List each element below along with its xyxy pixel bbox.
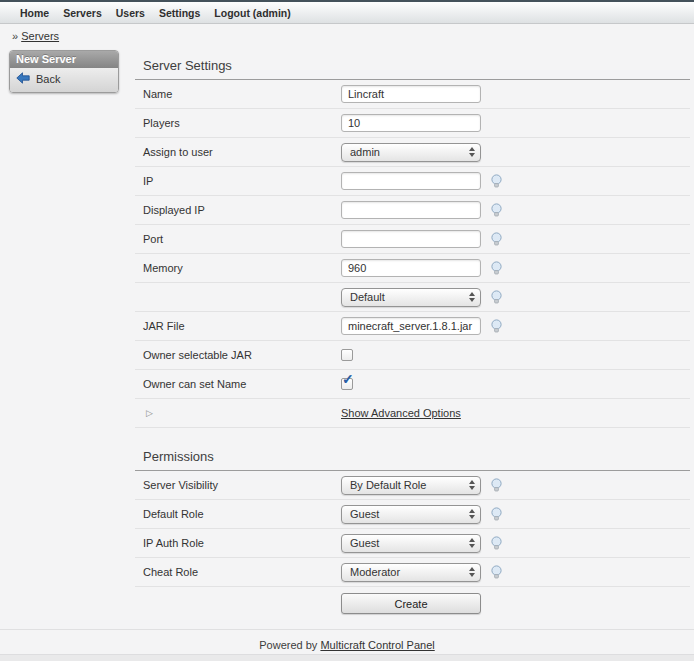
multicraft-link[interactable]: Multicraft Control Panel: [320, 639, 434, 651]
powered-by-text: Powered by: [259, 639, 317, 651]
permissions-heading: Permissions: [135, 442, 690, 471]
main-content: Server Settings Name Players Assign to u…: [135, 47, 694, 614]
displayed-ip-help-bulb-icon[interactable]: [490, 203, 503, 218]
cheat-role-select[interactable]: Moderator: [341, 563, 481, 582]
select-arrows-icon: [469, 509, 475, 519]
show-advanced-options-link[interactable]: Show Advanced Options: [341, 407, 461, 419]
name-label: Name: [143, 88, 341, 100]
jar-file-input[interactable]: [341, 317, 481, 335]
default-role-selected-value: Guest: [350, 508, 379, 520]
form-row-cheat-role: Cheat Role Moderator: [135, 558, 690, 587]
form-row-memory: Memory: [135, 254, 690, 283]
server-visibility-label: Server Visibility: [143, 479, 341, 491]
default-role-help-bulb-icon[interactable]: [490, 507, 503, 522]
ip-help-bulb-icon[interactable]: [490, 174, 503, 189]
default-role-label: Default Role: [143, 508, 341, 520]
name-input[interactable]: [341, 85, 481, 103]
create-row: Create: [135, 593, 690, 614]
ip-auth-role-label: IP Auth Role: [143, 537, 341, 549]
ip-input[interactable]: [341, 172, 481, 190]
new-server-panel: New Server Back: [9, 50, 119, 93]
breadcrumb-servers-link[interactable]: Servers: [21, 30, 59, 42]
form-row-owner-set-name: Owner can set Name ✓: [135, 370, 690, 399]
form-row-advanced-options: ▷ Show Advanced Options: [135, 399, 690, 428]
form-row-ip-auth-role: IP Auth Role Guest: [135, 529, 690, 558]
server-visibility-select[interactable]: By Default Role: [341, 476, 481, 495]
form-row-jar-preset: Default: [135, 283, 690, 312]
assign-user-select[interactable]: admin: [341, 143, 481, 162]
port-label: Port: [143, 233, 341, 245]
select-arrows-icon: [469, 538, 475, 548]
sidebar-panel-title: New Server: [10, 51, 118, 68]
owner-set-name-label: Owner can set Name: [143, 378, 341, 390]
assign-user-label: Assign to user: [143, 146, 341, 158]
ip-auth-role-select[interactable]: Guest: [341, 534, 481, 553]
sidebar: New Server Back: [0, 47, 135, 93]
cheat-role-label: Cheat Role: [143, 566, 341, 578]
form-row-port: Port: [135, 225, 690, 254]
ip-label: IP: [143, 175, 341, 187]
select-arrows-icon: [469, 147, 475, 157]
bottom-strip: [0, 654, 694, 661]
memory-label: Memory: [143, 262, 341, 274]
select-arrows-icon: [469, 480, 475, 490]
form-row-owner-selectable-jar: Owner selectable JAR: [135, 341, 690, 370]
create-button[interactable]: Create: [341, 593, 481, 614]
cheat-role-selected-value: Moderator: [350, 566, 400, 578]
port-help-bulb-icon[interactable]: [490, 232, 503, 247]
owner-set-name-checkbox[interactable]: ✓: [341, 378, 353, 390]
select-arrows-icon: [469, 567, 475, 577]
displayed-ip-input[interactable]: [341, 201, 481, 219]
form-row-name: Name: [135, 80, 690, 109]
form-row-ip: IP: [135, 167, 690, 196]
players-input[interactable]: [341, 114, 481, 132]
disclosure-triangle-icon[interactable]: ▷: [143, 408, 341, 418]
ip-auth-role-help-bulb-icon[interactable]: [490, 536, 503, 551]
breadcrumb: » Servers: [0, 24, 694, 47]
form-row-displayed-ip: Displayed IP: [135, 196, 690, 225]
jar-preset-selected-value: Default: [350, 291, 385, 303]
nav-item-servers[interactable]: Servers: [63, 7, 102, 19]
jar-preset-help-bulb-icon[interactable]: [490, 290, 503, 305]
nav-item-logout[interactable]: Logout (admin): [214, 7, 290, 19]
jar-file-help-bulb-icon[interactable]: [490, 319, 503, 334]
form-row-assign-user: Assign to user admin: [135, 138, 690, 167]
assign-user-selected-value: admin: [350, 146, 380, 158]
memory-input[interactable]: [341, 259, 481, 277]
players-label: Players: [143, 117, 341, 129]
back-button[interactable]: Back: [10, 68, 118, 92]
page-footer: Powered by Multicraft Control Panel: [0, 629, 694, 651]
back-arrow-icon: [16, 72, 30, 86]
checkmark-icon: ✓: [342, 372, 354, 386]
nav-item-users[interactable]: Users: [116, 7, 145, 19]
form-row-players: Players: [135, 109, 690, 138]
top-nav-bar: Home Servers Users Settings Logout (admi…: [0, 0, 694, 24]
select-arrows-icon: [469, 292, 475, 302]
jar-file-label: JAR File: [143, 320, 341, 332]
form-row-default-role: Default Role Guest: [135, 500, 690, 529]
server-settings-heading: Server Settings: [135, 51, 690, 80]
ip-auth-role-selected-value: Guest: [350, 537, 379, 549]
breadcrumb-marker: »: [12, 30, 18, 42]
cheat-role-help-bulb-icon[interactable]: [490, 565, 503, 580]
nav-item-settings[interactable]: Settings: [159, 7, 200, 19]
memory-help-bulb-icon[interactable]: [490, 261, 503, 276]
server-visibility-selected-value: By Default Role: [350, 479, 426, 491]
nav-item-home[interactable]: Home: [20, 7, 49, 19]
default-role-select[interactable]: Guest: [341, 505, 481, 524]
owner-selectable-jar-checkbox[interactable]: [341, 349, 353, 361]
owner-selectable-jar-label: Owner selectable JAR: [143, 349, 341, 361]
port-input[interactable]: [341, 230, 481, 248]
jar-preset-select[interactable]: Default: [341, 288, 481, 307]
back-button-label: Back: [36, 73, 60, 85]
form-row-server-visibility: Server Visibility By Default Role: [135, 471, 690, 500]
displayed-ip-label: Displayed IP: [143, 204, 341, 216]
server-visibility-help-bulb-icon[interactable]: [490, 478, 503, 493]
form-row-jar-file: JAR File: [135, 312, 690, 341]
